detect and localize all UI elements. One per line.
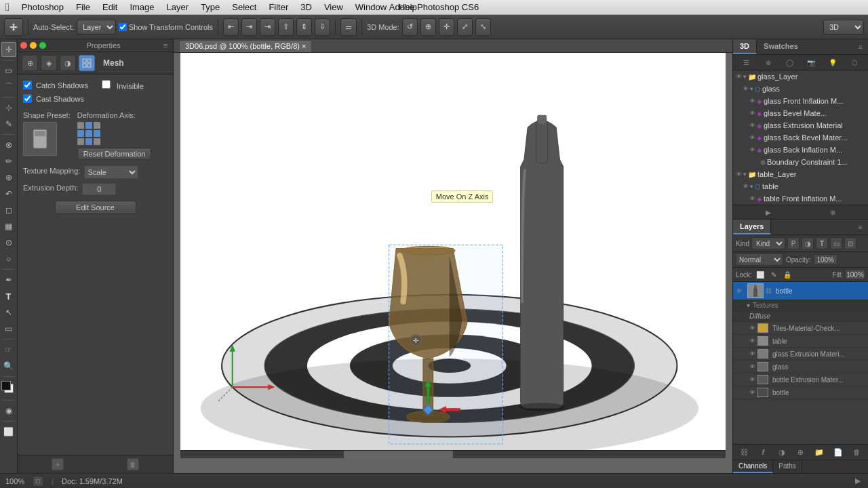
link-layers-btn[interactable]: ⛓ bbox=[739, 447, 750, 458]
blur-tool[interactable]: ⊙ bbox=[1, 235, 16, 250]
3d-roll-btn[interactable]: ⊕ bbox=[420, 18, 436, 36]
deform-dot-6[interactable] bbox=[94, 130, 100, 137]
zoom-fit-btn[interactable]: ⊡ bbox=[33, 476, 43, 487]
doc-tab-active[interactable]: 3D06.psd @ 100% (bottle, RGB/8) × bbox=[179, 40, 312, 52]
table-layer-item[interactable]: 👁 ▾ 📁 table_Layer bbox=[733, 168, 868, 180]
table-front-inflation-item[interactable]: 👁 ◈ table Front Inflation M... bbox=[733, 192, 868, 205]
glass-layer-item[interactable]: 👁 ▾ 📁 glass_Layer bbox=[733, 70, 868, 83]
prop-tab-mesh[interactable] bbox=[79, 55, 95, 71]
canvas-content[interactable]: ✛ bbox=[180, 53, 726, 458]
bottle-extrusion-item[interactable]: 👁 bottle Extrusion Mater... bbox=[733, 373, 868, 386]
text-tool[interactable]: T bbox=[1, 289, 16, 304]
panel-close-btn[interactable] bbox=[20, 42, 27, 49]
menu-filter[interactable]: Filter bbox=[263, 1, 294, 14]
bottle-link-icon[interactable]: ⛓ bbox=[766, 287, 774, 294]
apple-menu[interactable]:  bbox=[5, 1, 9, 14]
catch-shadows-checkbox[interactable] bbox=[23, 81, 32, 89]
tri-table[interactable]: ▾ bbox=[750, 183, 753, 190]
statusbar-right-arrow[interactable]: ▶ bbox=[853, 476, 863, 486]
lyr-icon-shape[interactable]: ▭ bbox=[830, 237, 842, 249]
path-select-tool[interactable]: ↖ bbox=[1, 305, 16, 320]
3d-view-select[interactable]: 3D bbox=[823, 20, 864, 35]
blend-mode-select[interactable]: Normal bbox=[736, 253, 783, 266]
heal-tool[interactable]: ⊗ bbox=[1, 138, 16, 152]
3d-scale-btn[interactable]: ⤡ bbox=[475, 18, 491, 36]
bottle-layer-item[interactable]: 👁 ⛓ bottle bbox=[733, 282, 868, 300]
delete-layer-btn[interactable]: 🗑 bbox=[851, 447, 862, 458]
deform-dot-9[interactable] bbox=[94, 138, 100, 145]
move-tool-btn[interactable] bbox=[4, 18, 23, 36]
extrusion-depth-input[interactable] bbox=[82, 183, 116, 195]
tri-glass[interactable]: ▾ bbox=[750, 85, 753, 92]
kind-select[interactable]: Kind bbox=[751, 237, 785, 249]
shape-preset-box[interactable] bbox=[23, 122, 57, 156]
3d-pan-btn[interactable]: ✛ bbox=[439, 18, 454, 36]
lock-all-icon[interactable]: 🔒 bbox=[782, 269, 793, 280]
lyr-icon-px[interactable]: P bbox=[787, 237, 800, 249]
prop-tab-filter[interactable]: ⊕ bbox=[22, 55, 38, 71]
3d-panel-tab[interactable]: 3D bbox=[733, 39, 757, 54]
lock-pixels-icon[interactable]: ⬜ bbox=[755, 269, 766, 280]
deform-dot-1[interactable] bbox=[77, 122, 84, 129]
mask-btn[interactable]: ◑ bbox=[776, 447, 787, 458]
eraser-tool[interactable]: ◻ bbox=[1, 203, 16, 218]
align-top-btn[interactable]: ⇧ bbox=[278, 18, 294, 36]
panel-icon-1[interactable]: ≡ bbox=[856, 42, 865, 52]
glass-bevel-item[interactable]: 👁 ◈ glass Bevel Mate... bbox=[733, 107, 868, 119]
paths-tab[interactable]: Paths bbox=[773, 460, 802, 473]
reset-deformation-btn[interactable]: Reset Deformation bbox=[77, 148, 152, 160]
deform-dot-3[interactable] bbox=[94, 122, 100, 129]
glass-back-bevel-item[interactable]: 👁 ◈ glass Back Bevel Mater... bbox=[733, 131, 868, 144]
eye-icon-table[interactable]: 👁 bbox=[743, 183, 749, 190]
eye-icon-glass[interactable]: 👁 bbox=[743, 85, 749, 92]
table-mesh-item[interactable]: 👁 ▾ ⬡ table bbox=[733, 180, 868, 192]
eye-icon-glass-layer[interactable]: 👁 bbox=[736, 73, 742, 80]
lyr-icon-type[interactable]: T bbox=[816, 237, 828, 249]
show-transform-checkbox[interactable] bbox=[119, 23, 127, 31]
align-center-h-btn[interactable]: ⇥ bbox=[241, 18, 257, 36]
lyr-icon-smart[interactable]: ⊡ bbox=[844, 237, 856, 249]
fg-color-swatch[interactable] bbox=[1, 381, 11, 390]
glass-mesh-item[interactable]: 👁 ▾ ⬡ glass bbox=[733, 83, 868, 95]
new-layer-btn[interactable]: 📄 bbox=[833, 447, 844, 458]
3d-bottom-icon-2[interactable]: ⊕ bbox=[827, 207, 838, 218]
zoom-tool[interactable]: 🔍 bbox=[1, 359, 16, 373]
menu-view[interactable]: View bbox=[319, 1, 349, 14]
3d-icon-add[interactable]: ⊕ bbox=[763, 57, 774, 68]
table-texture-item[interactable]: 👁 table bbox=[733, 335, 868, 348]
edit-source-btn[interactable]: Edit Source bbox=[55, 201, 136, 214]
eye-icon-gext-tex[interactable]: 👁 bbox=[749, 350, 755, 357]
panel-maximize-btn[interactable] bbox=[39, 42, 46, 49]
align-right-btn[interactable]: ⇥ bbox=[260, 18, 275, 36]
invisible-checkbox[interactable] bbox=[102, 80, 111, 89]
glass-front-inflation-item[interactable]: 👁 ◈ glass Front Inflation M... bbox=[733, 95, 868, 107]
prop-tab-style[interactable]: ◈ bbox=[41, 55, 57, 71]
3d-slide-btn[interactable]: ⤢ bbox=[457, 18, 473, 36]
menu-image[interactable]: Image bbox=[124, 1, 159, 14]
menu-type[interactable]: Type bbox=[195, 1, 225, 14]
quick-mask-btn[interactable]: ◉ bbox=[1, 403, 16, 418]
layers-menu-btn[interactable]: ≡ bbox=[856, 222, 865, 232]
3d-icon-light[interactable]: 💡 bbox=[827, 57, 838, 68]
eye-icon-bottle-tex[interactable]: 👁 bbox=[749, 389, 755, 396]
dodge-tool[interactable]: ○ bbox=[1, 251, 16, 266]
screen-mode-btn[interactable]: ⬜ bbox=[1, 424, 16, 439]
opacity-input[interactable] bbox=[814, 254, 837, 265]
gradient-tool[interactable]: ▦ bbox=[1, 219, 16, 234]
align-bottom-btn[interactable]: ⇩ bbox=[315, 18, 330, 36]
distrib-btn[interactable]: ⚌ bbox=[340, 18, 357, 36]
texture-mapping-select[interactable]: Scale bbox=[84, 165, 138, 179]
brush-tool[interactable]: ✏ bbox=[1, 154, 16, 169]
lasso-tool[interactable]: ⌒ bbox=[1, 79, 16, 94]
clone-tool[interactable]: ⊕ bbox=[1, 170, 16, 185]
pen-tool[interactable]: ✒ bbox=[1, 272, 16, 287]
shape-tool[interactable]: ▭ bbox=[1, 321, 16, 336]
tiles-material-item[interactable]: 👁 Tiles-Material-Check... bbox=[733, 322, 868, 335]
eye-icon-gbevel[interactable]: 👁 bbox=[749, 110, 755, 117]
bottle-eye-icon[interactable]: 👁 bbox=[736, 287, 745, 295]
eye-icon-tiles[interactable]: 👁 bbox=[749, 325, 755, 331]
panel-minimize-btn[interactable] bbox=[30, 42, 37, 49]
color-swatches[interactable] bbox=[1, 381, 16, 396]
eye-icon-gext[interactable]: 👁 bbox=[749, 122, 755, 129]
menu-window[interactable]: Window bbox=[350, 1, 392, 14]
